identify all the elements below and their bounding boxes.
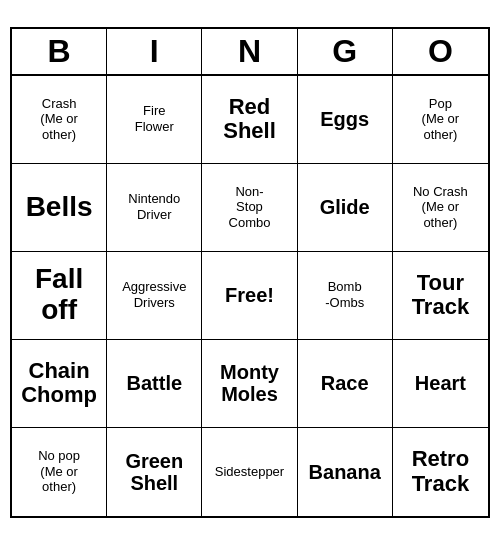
cell-text: Battle: [127, 372, 183, 394]
bingo-cell: Pop (Me or other): [393, 76, 488, 164]
cell-text: Bells: [26, 192, 93, 223]
cell-text: Banana: [309, 461, 381, 483]
cell-text: Bomb -Ombs: [325, 279, 364, 310]
bingo-cell: Crash (Me or other): [12, 76, 107, 164]
bingo-cell: No Crash (Me or other): [393, 164, 488, 252]
cell-text: Eggs: [320, 108, 369, 130]
bingo-header: BINGO: [12, 29, 488, 76]
cell-text: Heart: [415, 372, 466, 394]
cell-text: Red Shell: [223, 95, 276, 143]
bingo-cell: Monty Moles: [202, 340, 297, 428]
bingo-cell: Chain Chomp: [12, 340, 107, 428]
bingo-cell: Bomb -Ombs: [298, 252, 393, 340]
cell-text: Race: [321, 372, 369, 394]
bingo-grid: Crash (Me or other)Fire FlowerRed ShellE…: [12, 76, 488, 516]
header-letter: B: [12, 29, 107, 74]
bingo-cell: Non- Stop Combo: [202, 164, 297, 252]
bingo-cell: Aggressive Drivers: [107, 252, 202, 340]
bingo-cell: Tour Track: [393, 252, 488, 340]
cell-text: Monty Moles: [220, 361, 279, 405]
header-letter: I: [107, 29, 202, 74]
bingo-cell: Free!: [202, 252, 297, 340]
header-letter: O: [393, 29, 488, 74]
bingo-cell: Banana: [298, 428, 393, 516]
bingo-cell: Race: [298, 340, 393, 428]
cell-text: No Crash (Me or other): [413, 184, 468, 231]
bingo-cell: Retro Track: [393, 428, 488, 516]
bingo-cell: No pop (Me or other): [12, 428, 107, 516]
bingo-cell: Nintendo Driver: [107, 164, 202, 252]
bingo-cell: Bells: [12, 164, 107, 252]
header-letter: G: [298, 29, 393, 74]
bingo-cell: Battle: [107, 340, 202, 428]
cell-text: Nintendo Driver: [128, 191, 180, 222]
cell-text: Retro Track: [412, 447, 470, 495]
cell-text: Aggressive Drivers: [122, 279, 186, 310]
cell-text: Non- Stop Combo: [229, 184, 271, 231]
cell-text: Crash (Me or other): [40, 96, 78, 143]
cell-text: Chain Chomp: [21, 359, 97, 407]
bingo-cell: Green Shell: [107, 428, 202, 516]
bingo-cell: Fall off: [12, 252, 107, 340]
bingo-cell: Heart: [393, 340, 488, 428]
bingo-cell: Sidestepper: [202, 428, 297, 516]
cell-text: Pop (Me or other): [422, 96, 460, 143]
header-letter: N: [202, 29, 297, 74]
bingo-cell: Eggs: [298, 76, 393, 164]
cell-text: Green Shell: [125, 450, 183, 494]
cell-text: Sidestepper: [215, 464, 284, 480]
cell-text: Glide: [320, 196, 370, 218]
cell-text: Tour Track: [412, 271, 470, 319]
bingo-cell: Fire Flower: [107, 76, 202, 164]
cell-text: Free!: [225, 284, 274, 307]
cell-text: Fire Flower: [135, 103, 174, 134]
bingo-cell: Red Shell: [202, 76, 297, 164]
bingo-card: BINGO Crash (Me or other)Fire FlowerRed …: [10, 27, 490, 518]
cell-text: No pop (Me or other): [38, 448, 80, 495]
cell-text: Fall off: [35, 264, 83, 326]
bingo-cell: Glide: [298, 164, 393, 252]
